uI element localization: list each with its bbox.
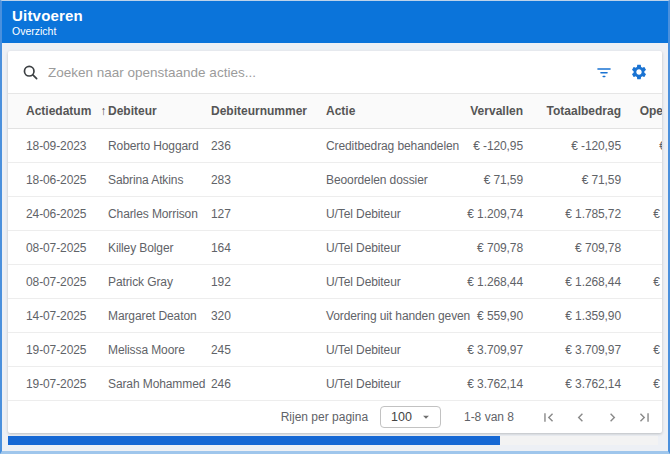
- first-page-button[interactable]: [539, 409, 558, 426]
- cell-vervallen: € 1.209,74: [454, 207, 523, 221]
- cell-openstaand: € 1.268,44: [621, 275, 662, 289]
- cell-debiteurnummer: 236: [211, 139, 326, 153]
- cell-actie: U/Tel Debiteur: [326, 377, 454, 391]
- cell-debiteurnummer: 245: [211, 343, 326, 357]
- page-size-value: 100: [391, 410, 412, 424]
- page-range-label: 1-8 van 8: [464, 410, 514, 424]
- cell-openstaand: € -120,95: [621, 139, 662, 153]
- cell-actie: U/Tel Debiteur: [326, 207, 454, 221]
- cell-actiedatum: 19-07-2025: [26, 377, 108, 391]
- caret-down-icon: [419, 410, 433, 424]
- cell-actie: Creditbedrag behandelen: [326, 139, 454, 153]
- cell-vervallen: € 3.709,97: [454, 343, 523, 357]
- search-bar: [8, 51, 662, 94]
- cell-debiteurnummer: 246: [211, 377, 326, 391]
- cell-openstaand: € 559,90: [621, 309, 662, 323]
- table-viewport: Actiedatum↑DebiteurDebiteurnummerActieVe…: [8, 94, 662, 401]
- column-header-actiedatum[interactable]: Actiedatum↑: [26, 104, 108, 118]
- cell-totaalbedrag: € 709,78: [523, 241, 621, 255]
- cell-totaalbedrag: € -120,95: [523, 139, 621, 153]
- cell-totaalbedrag: € 1.359,90: [523, 309, 621, 323]
- table-row[interactable]: 14-07-2025Margaret Deaton320Vordering ui…: [8, 299, 662, 333]
- cell-totaalbedrag: € 3.762,14: [523, 377, 621, 391]
- cell-openstaand: € 71,59: [621, 173, 662, 187]
- cell-vervallen: € 709,78: [454, 241, 523, 255]
- cell-vervallen: € -120,95: [454, 139, 523, 153]
- cell-debiteurnummer: 127: [211, 207, 326, 221]
- cell-debiteurnummer: 320: [211, 309, 326, 323]
- cell-debiteur: Melissa Moore: [108, 343, 211, 357]
- cell-debiteur: Killey Bolger: [108, 241, 211, 255]
- column-header-actie[interactable]: Actie: [326, 104, 454, 118]
- app-window: Uitvoeren Overzicht: [0, 0, 670, 454]
- horizontal-scrollbar-thumb[interactable]: [8, 436, 500, 445]
- cell-vervallen: € 559,90: [454, 309, 523, 323]
- horizontal-scrollbar: [8, 436, 658, 445]
- cell-debiteur: Sabrina Atkins: [108, 173, 211, 187]
- cell-openstaand: € 709,78: [621, 241, 662, 255]
- cell-vervallen: € 3.762,14: [454, 377, 523, 391]
- cell-vervallen: € 1.268,44: [454, 275, 523, 289]
- page-size-select[interactable]: 100: [380, 406, 441, 428]
- page-subtitle: Overzicht: [12, 25, 668, 38]
- rows-per-page-label: Rijen per pagina: [281, 410, 368, 424]
- column-header-debiteurnummer[interactable]: Debiteurnummer: [211, 104, 326, 118]
- cell-debiteurnummer: 283: [211, 173, 326, 187]
- table-row[interactable]: 19-07-2025Melissa Moore245U/Tel Debiteur…: [8, 333, 662, 367]
- cell-debiteur: Charles Morrison: [108, 207, 211, 221]
- table-row[interactable]: 08-07-2025Killey Bolger164U/Tel Debiteur…: [8, 231, 662, 265]
- cell-actie: U/Tel Debiteur: [326, 241, 454, 255]
- cell-actiedatum: 08-07-2025: [26, 275, 108, 289]
- cell-openstaand: € 3.762,14: [621, 377, 662, 391]
- page-title: Uitvoeren: [12, 6, 668, 25]
- column-header-vervallen[interactable]: Vervallen: [454, 104, 523, 118]
- cell-openstaand: € 1.209,74: [621, 207, 662, 221]
- table-body: 18-09-2023Roberto Hoggard236Creditbedrag…: [8, 129, 662, 401]
- column-header-debiteur[interactable]: Debiteur: [108, 104, 211, 118]
- cell-actiedatum: 08-07-2025: [26, 241, 108, 255]
- table-row[interactable]: 18-06-2025Sabrina Atkins283Beoordelen do…: [8, 163, 662, 197]
- cell-debiteurnummer: 192: [211, 275, 326, 289]
- cell-totaalbedrag: € 1.785,72: [523, 207, 621, 221]
- cell-actiedatum: 19-07-2025: [26, 343, 108, 357]
- cell-debiteur: Patrick Gray: [108, 275, 211, 289]
- cell-vervallen: € 71,59: [454, 173, 523, 187]
- cell-actiedatum: 24-06-2025: [26, 207, 108, 221]
- table-footer: Rijen per pagina 100 1-8 van 8: [8, 401, 662, 433]
- table-row[interactable]: 08-07-2025Patrick Gray192U/Tel Debiteur€…: [8, 265, 662, 299]
- table-header-row: Actiedatum↑DebiteurDebiteurnummerActieVe…: [8, 94, 662, 129]
- cell-actie: Vordering uit handen geven: [326, 309, 454, 323]
- cell-debiteur: Sarah Mohammed: [108, 377, 211, 391]
- table-row[interactable]: 24-06-2025Charles Morrison127U/Tel Debit…: [8, 197, 662, 231]
- cell-actiedatum: 18-06-2025: [26, 173, 108, 187]
- cell-debiteur: Margaret Deaton: [108, 309, 211, 323]
- cell-debiteur: Roberto Hoggard: [108, 139, 211, 153]
- gear-icon[interactable]: [630, 63, 648, 81]
- app-header: Uitvoeren Overzicht: [2, 1, 668, 43]
- column-header-totaalbedrag[interactable]: Totaalbedrag: [523, 104, 621, 118]
- cell-totaalbedrag: € 3.709,97: [523, 343, 621, 357]
- cell-totaalbedrag: € 71,59: [523, 173, 621, 187]
- next-page-button[interactable]: [603, 409, 622, 426]
- table-row[interactable]: 19-07-2025Sarah Mohammed246U/Tel Debiteu…: [8, 367, 662, 401]
- cell-debiteurnummer: 164: [211, 241, 326, 255]
- table-row[interactable]: 18-09-2023Roberto Hoggard236Creditbedrag…: [8, 129, 662, 163]
- cell-actie: U/Tel Debiteur: [326, 275, 454, 289]
- cell-actie: U/Tel Debiteur: [326, 343, 454, 357]
- cell-actie: Beoordelen dossier: [326, 173, 454, 187]
- actions-table: Actiedatum↑DebiteurDebiteurnummerActieVe…: [8, 94, 662, 401]
- column-header-openstaand[interactable]: Openstaand: [621, 104, 662, 118]
- cell-totaalbedrag: € 1.268,44: [523, 275, 621, 289]
- search-input[interactable]: [48, 65, 585, 80]
- sort-ascending-icon: ↑: [100, 104, 106, 118]
- filter-icon[interactable]: [595, 63, 613, 81]
- pagination-controls: [539, 409, 654, 426]
- cell-openstaand: € 3.709,97: [621, 343, 662, 357]
- previous-page-button[interactable]: [571, 409, 590, 426]
- cell-actiedatum: 18-09-2023: [26, 139, 108, 153]
- search-icon: [22, 64, 39, 81]
- cell-actiedatum: 14-07-2025: [26, 309, 108, 323]
- last-page-button[interactable]: [635, 409, 654, 426]
- actions-card: Actiedatum↑DebiteurDebiteurnummerActieVe…: [8, 51, 662, 433]
